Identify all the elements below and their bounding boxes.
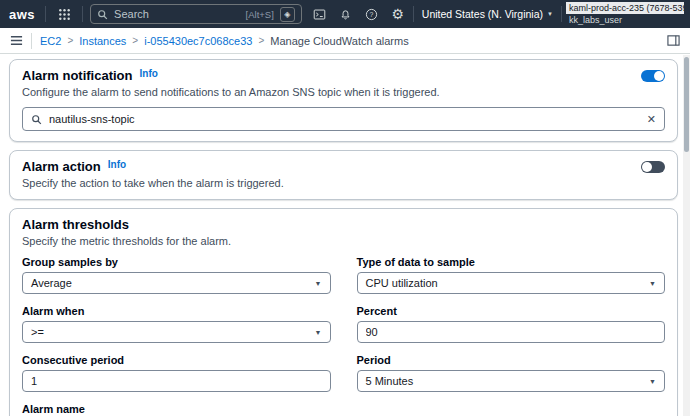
help-icon[interactable]: ? (361, 4, 383, 24)
data-type-value: CPU utilization (366, 277, 438, 289)
group-samples-field: Group samples by Average ▼ (22, 256, 331, 294)
alarm-when-label: Alarm when (22, 305, 331, 317)
data-type-select[interactable]: CPU utilization ▼ (357, 272, 666, 294)
alarm-name-field: Alarm name (22, 403, 665, 416)
group-samples-value: Average (31, 277, 72, 289)
percent-input[interactable] (357, 321, 666, 343)
consecutive-period-field: Consecutive period (22, 354, 331, 392)
clear-icon[interactable]: ✕ (647, 113, 656, 126)
period-value: 5 Minutes (366, 375, 414, 387)
percent-field: Percent (357, 305, 666, 343)
alarm-notification-toggle[interactable] (641, 70, 665, 82)
account-user: kk_labs_user (566, 14, 684, 26)
alarm-notification-info-link[interactable]: Info (140, 68, 158, 79)
side-panel-icon[interactable] (667, 34, 680, 47)
sns-search-icon (31, 114, 42, 125)
breadcrumb: EC2 > Instances > i-055430ec7c068ce33 > … (40, 35, 409, 47)
search-shortcut-hint: [Alt+S] (246, 9, 274, 20)
cloudshell-icon[interactable] (309, 4, 331, 24)
page-content: Alarm notification Info Configure the al… (0, 54, 690, 416)
data-type-label: Type of data to sample (357, 256, 666, 268)
scrollbar-thumb[interactable] (684, 57, 689, 152)
alarm-when-select[interactable]: >= ▼ (22, 321, 331, 343)
region-selector[interactable]: United States (N. Virginia) ▼ (418, 8, 557, 20)
search-placeholder: Search (114, 8, 240, 20)
notifications-bell-icon[interactable] (335, 4, 357, 24)
breadcrumb-instances[interactable]: Instances (79, 35, 126, 47)
period-label: Period (357, 354, 666, 366)
breadcrumb-separator: > (67, 35, 73, 46)
alarm-when-field: Alarm when >= ▼ (22, 305, 331, 343)
breadcrumb-ec2[interactable]: EC2 (40, 35, 61, 47)
period-field: Period 5 Minutes ▼ (357, 354, 666, 392)
alarm-thresholds-description: Specify the metric thresholds for the al… (22, 235, 665, 247)
chevron-down-icon: ▼ (649, 280, 656, 287)
topnav-right-group: ? ⚙ United States (N. Virginia) ▼ kaml-p… (309, 2, 684, 27)
alarm-name-label: Alarm name (22, 403, 665, 415)
top-navigation-bar: aws Search [Alt+S] ◈ (0, 0, 690, 28)
alarm-thresholds-panel: Alarm thresholds Specify the metric thre… (9, 208, 678, 416)
search-icon (97, 9, 108, 20)
menu-hamburger-icon[interactable] (10, 33, 32, 49)
alarm-notification-description: Configure the alarm to send notification… (22, 86, 665, 98)
settings-gear-icon[interactable]: ⚙ (387, 4, 409, 24)
data-type-field: Type of data to sample CPU utilization ▼ (357, 256, 666, 294)
breadcrumb-bar: EC2 > Instances > i-055430ec7c068ce33 > … (0, 28, 690, 54)
breadcrumb-instance-id[interactable]: i-055430ec7c068ce33 (144, 35, 252, 47)
group-samples-select[interactable]: Average ▼ (22, 272, 331, 294)
account-menu[interactable]: kaml-prod-acc-235 (7678-5398-... kk_labs… (566, 2, 684, 27)
group-samples-label: Group samples by (22, 256, 331, 268)
chevron-down-icon: ▼ (315, 329, 322, 336)
alarm-action-panel: Alarm action Info Specify the action to … (9, 150, 678, 200)
alarm-action-title: Alarm action (22, 159, 101, 174)
consecutive-period-label: Consecutive period (22, 354, 331, 366)
alarm-action-info-link[interactable]: Info (108, 159, 126, 170)
breadcrumb-separator: > (258, 35, 264, 46)
breadcrumb-separator: > (132, 35, 138, 46)
nav-divider (561, 6, 562, 22)
nav-divider (413, 6, 414, 22)
thresholds-form: Group samples by Average ▼ Type of data … (22, 256, 665, 416)
consecutive-period-input[interactable] (22, 370, 331, 392)
alarm-notification-title: Alarm notification (22, 68, 133, 83)
global-search-input[interactable]: Search [Alt+S] ◈ (90, 4, 302, 24)
chevron-down-icon: ▼ (547, 11, 553, 17)
svg-text:?: ? (370, 10, 374, 17)
chevron-down-icon: ▼ (315, 280, 322, 287)
amazon-q-icon[interactable]: ◈ (280, 7, 295, 22)
apps-grid-icon[interactable] (53, 4, 75, 24)
aws-logo[interactable]: aws (6, 7, 38, 22)
nav-divider (45, 6, 46, 22)
alarm-notification-panel: Alarm notification Info Configure the al… (9, 59, 678, 142)
alarm-action-description: Specify the action to take when the alar… (22, 177, 665, 189)
percent-label: Percent (357, 305, 666, 317)
account-id: kaml-prod-acc-235 (7678-5398-... (566, 2, 684, 14)
breadcrumb-current-page: Manage CloudWatch alarms (270, 35, 408, 47)
region-label: United States (N. Virginia) (422, 8, 543, 20)
alarm-when-value: >= (31, 326, 44, 338)
sns-topic-search-field: ✕ (22, 107, 665, 131)
vertical-scrollbar[interactable] (683, 55, 690, 416)
period-select[interactable]: 5 Minutes ▼ (357, 370, 666, 392)
alarm-action-toggle[interactable] (641, 161, 665, 173)
alarm-thresholds-title: Alarm thresholds (22, 217, 129, 232)
chevron-down-icon: ▼ (649, 378, 656, 385)
sns-topic-input[interactable] (49, 113, 640, 125)
nav-divider (82, 6, 83, 22)
